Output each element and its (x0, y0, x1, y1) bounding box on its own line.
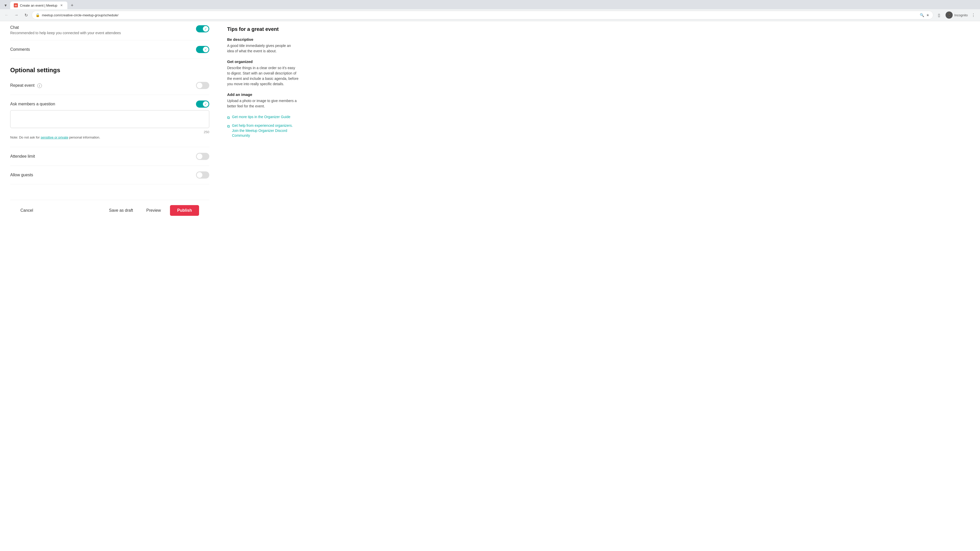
chat-label: Chat (10, 25, 121, 30)
attendee-limit-row: Attendee limit ✕ (10, 147, 209, 166)
forward-button[interactable]: → (12, 11, 21, 19)
tip-block-organized: Get organized Describe things in a clear… (227, 59, 299, 87)
menu-button[interactable]: ⋮ (969, 11, 977, 19)
tab-bar: ▼ m Create an event | Meetup ✕ + (0, 0, 980, 9)
page-content: Chat Recommended to help keep you connec… (0, 21, 980, 549)
browser-toolbar: ← → ↻ 🔒 🔍 ★ ▯ 🕴 Incognito ⋮ (0, 9, 980, 21)
url-input[interactable] (42, 13, 918, 17)
search-address-icon: 🔍 (920, 13, 924, 17)
tab-close-button[interactable]: ✕ (59, 3, 64, 8)
back-button[interactable]: ← (3, 11, 11, 19)
tips-header: Tips for a great event (227, 26, 299, 32)
incognito-label: Incognito (954, 13, 968, 17)
allow-guests-toggle-thumb (197, 172, 202, 178)
char-count: 250 (10, 130, 209, 134)
comments-label: Comments (10, 47, 30, 52)
browser-chrome: ▼ m Create an event | Meetup ✕ + ← → ↻ 🔒… (0, 0, 980, 21)
chat-toggle[interactable]: ✓ (196, 25, 209, 32)
attendee-limit-label: Attendee limit (10, 154, 35, 159)
tip-title-descriptive: Be descriptive (227, 37, 299, 41)
chat-section: Chat Recommended to help keep you connec… (10, 21, 209, 40)
repeat-event-label: Repeat event (10, 83, 35, 87)
attendee-limit-toggle-thumb (197, 154, 202, 159)
question-textarea[interactable] (10, 110, 209, 128)
footer-right: Save as draft Preview Publish (105, 205, 199, 216)
chat-label-area: Chat Recommended to help keep you connec… (10, 25, 121, 35)
discord-community-link[interactable]: ⧉ Get help from experienced organizers. … (227, 123, 299, 138)
allow-guests-label: Allow guests (10, 173, 33, 177)
incognito-icon: 🕴 (945, 11, 953, 19)
tab-favicon: m (14, 3, 18, 7)
note-suffix: personal information. (68, 135, 100, 139)
new-tab-button[interactable]: + (68, 2, 76, 9)
optional-settings-header: Optional settings (10, 59, 209, 76)
tip-title-image: Add an image (227, 92, 299, 97)
allow-guests-toggle[interactable]: ✕ (196, 171, 209, 179)
external-link-icon-discord: ⧉ (227, 124, 230, 129)
tab-left-controls: ▼ (2, 2, 9, 9)
reload-button[interactable]: ↻ (22, 11, 30, 19)
tips-sidebar: Tips for a great event Be descriptive A … (220, 21, 306, 549)
main-content: Chat Recommended to help keep you connec… (0, 21, 220, 549)
tip-text-organized: Describe things in a clear order so it's… (227, 65, 299, 87)
extensions-button[interactable]: ▯ (935, 11, 943, 19)
active-tab[interactable]: m Create an event | Meetup ✕ (10, 2, 67, 9)
discord-community-text: Get help from experienced organizers. Jo… (232, 123, 299, 138)
comments-section: Comments ✓ (10, 40, 209, 59)
incognito-area: 🕴 Incognito ⋮ (945, 11, 977, 19)
ask-members-label: Ask members a question (10, 102, 55, 106)
toolbar-actions: ▯ (935, 11, 943, 19)
tab-switcher-button[interactable]: ▼ (2, 2, 9, 9)
tip-title-organized: Get organized (227, 59, 299, 64)
tip-text-descriptive: A good title immediately gives people an… (227, 43, 299, 54)
publish-button[interactable]: Publish (170, 205, 199, 216)
footer-spacer (10, 184, 209, 200)
page-footer: Cancel Save as draft Preview Publish (10, 200, 209, 221)
chat-toggle-thumb: ✓ (203, 26, 208, 32)
allow-guests-row: Allow guests ✕ (10, 166, 209, 184)
organizer-guide-text: Get more tips in the Organizer Guide (232, 114, 290, 120)
save-draft-button[interactable]: Save as draft (105, 206, 137, 215)
tab-title: Create an event | Meetup (20, 3, 57, 7)
question-area: 250 Note: Do not ask for sensitive or pr… (10, 110, 209, 139)
comments-toggle-thumb: ✓ (203, 47, 208, 52)
note-prefix: Note: Do not ask for (10, 135, 41, 139)
preview-button[interactable]: Preview (142, 206, 165, 215)
repeat-event-info-icon[interactable]: i (37, 83, 42, 88)
lock-icon: 🔒 (35, 13, 40, 17)
comments-toggle[interactable]: ✓ (196, 46, 209, 53)
address-bar[interactable]: 🔒 🔍 ★ (32, 11, 933, 19)
repeat-event-toggle[interactable]: ✕ (196, 82, 209, 89)
ask-members-row: Ask members a question ✓ (10, 100, 209, 108)
tip-text-image: Upload a photo or image to give members … (227, 98, 299, 109)
bookmark-icon: ★ (926, 13, 929, 17)
organizer-guide-link[interactable]: ⧉ Get more tips in the Organizer Guide (227, 114, 299, 120)
note-text: Note: Do not ask for sensitive or privat… (10, 135, 209, 139)
repeat-event-toggle-thumb (197, 83, 202, 88)
attendee-limit-toggle[interactable]: ✕ (196, 153, 209, 160)
cancel-button[interactable]: Cancel (21, 206, 33, 215)
repeat-event-label-area: Repeat event i (10, 83, 42, 88)
ask-members-toggle[interactable]: ✓ (196, 100, 209, 108)
external-link-icon-guide: ⧉ (227, 115, 230, 120)
sensitive-private-link[interactable]: sensitive or private (41, 135, 68, 139)
tip-block-descriptive: Be descriptive A good title immediately … (227, 37, 299, 54)
chat-description: Recommended to help keep you connected w… (10, 31, 121, 35)
repeat-event-row: Repeat event i ✕ (10, 76, 209, 95)
ask-members-toggle-thumb: ✓ (203, 101, 208, 107)
ask-members-section: Ask members a question ✓ 250 Note: Do no… (10, 95, 209, 147)
tip-block-image: Add an image Upload a photo or image to … (227, 92, 299, 109)
